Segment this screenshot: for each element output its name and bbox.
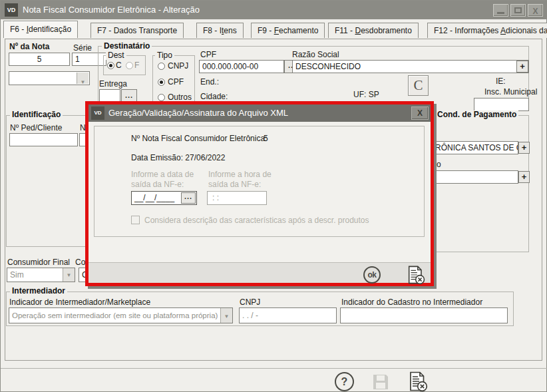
cpf-label: CPF [200, 50, 216, 59]
razao-social-label: Razão Social [292, 50, 339, 59]
tipo-outros-label: Outros [168, 93, 192, 102]
tab-itens[interactable]: F8 - Itens [196, 23, 244, 38]
intermediador-title: Intermediador [10, 287, 67, 295]
tipo-cpf-radio[interactable] [158, 79, 165, 86]
dest-f-radio [126, 62, 133, 69]
cond-pgto-add-button[interactable]: + [518, 171, 530, 183]
co-label: Co [75, 258, 85, 267]
main-window: VD Nota Fiscal Consumidor Eletrônica - A… [0, 0, 547, 392]
indicador-marketplace-label: Indicador de Intermediador/Marketplace [9, 297, 150, 307]
ok-icon: ok [367, 270, 376, 280]
help-button[interactable]: ? [335, 372, 354, 391]
entrega-label: Entrega [99, 79, 127, 89]
consumidor-c-button[interactable]: C [408, 75, 429, 96]
identificacao-title: Identificação [10, 110, 63, 119]
dialog-close-button[interactable]: X [411, 106, 429, 120]
save-button [371, 372, 391, 392]
dialog-emissao-text: Data Emissão: 27/06/2022 [131, 153, 225, 162]
data-saida-label: Informe a data de saída da NF-e: [131, 170, 206, 190]
indicador-chevron-down-icon[interactable]: ▼ [220, 308, 232, 323]
dest-f-label: F [134, 61, 139, 70]
chevron-down-icon[interactable]: ▼ [77, 73, 89, 84]
tab-fechamento[interactable]: F9 - Fechamento [251, 23, 325, 38]
tipo-cpf-label: CPF [168, 77, 184, 87]
dialog-cancel-button[interactable] [406, 265, 426, 285]
window-title: Nota Fiscal Consumidor Eletrônica - Alte… [23, 1, 200, 19]
cond-pagamento-title: Cond. de Pagamento [435, 110, 518, 119]
dialog-app-icon: VD [91, 106, 104, 120]
nota-combo[interactable]: ▼ [9, 71, 90, 85]
tipo-subtitle: Tipo [155, 51, 174, 60]
tab-informacoes-adicionais[interactable]: F12 - Informações Adicionais da NFC-e [427, 23, 547, 38]
tipo-outros-radio[interactable] [158, 94, 165, 101]
maximize-button[interactable] [510, 4, 526, 17]
tab-identificacao[interactable]: F6 - Identificação [3, 21, 78, 38]
indicador-marketplace-combo[interactable]: Operação sem intermediador (em site ou p… [9, 307, 233, 323]
tab-bar: F6 - Identificação F7 - Dados Transporte… [1, 21, 547, 39]
nota-label: Nº da Nota [9, 42, 49, 51]
close-icon: X [417, 108, 423, 118]
cadastro-intermediador-label: Indicador do Cadastro no Intermediador [341, 297, 482, 307]
cpf-field[interactable]: 000.000.000-00 [199, 60, 284, 73]
serie-label: Série [73, 43, 92, 53]
save-icon [371, 372, 391, 392]
ped-cliente-field[interactable] [9, 133, 78, 146]
dest-c-radio[interactable] [107, 62, 114, 69]
minimize-icon [497, 12, 504, 14]
data-saida-browse-button[interactable]: ... [181, 192, 196, 204]
razao-social-field[interactable]: DESCONHECIDO [292, 60, 529, 73]
nota-field[interactable]: 5 [9, 53, 70, 66]
document-x-icon [407, 371, 429, 392]
minimize-button[interactable] [493, 4, 508, 17]
dialog-nota-value: 5 [264, 134, 268, 143]
intermediador-cnpj-field[interactable]: . . / - [239, 307, 337, 323]
xml-generation-dialog: VD Geração/Validação/Assinatura do Arqui… [85, 101, 434, 286]
vendedor-add-button[interactable]: + [518, 142, 530, 154]
close-button[interactable]: X [528, 4, 543, 17]
ped-cliente-label: Nº Ped/Cliente [10, 123, 62, 132]
tab-desdobramento[interactable]: F11 - Desdobramento [328, 23, 419, 38]
cadastro-intermediador-field[interactable] [340, 307, 508, 323]
cidade-label: Cidade: [200, 92, 228, 101]
consumidor-final-label: Consumidor Final [7, 258, 70, 267]
destinatario-title: Destinatário [102, 42, 152, 51]
document-x-icon [406, 265, 426, 285]
maximize-icon [514, 7, 522, 13]
intermediador-cnpj-label: CNPJ [240, 297, 260, 307]
insc-municipal-field[interactable] [474, 98, 529, 111]
ok-button[interactable]: ok [363, 266, 381, 284]
tab-dados-transporte[interactable]: F7 - Dados Transporte [91, 23, 184, 38]
tipo-cnpj-radio[interactable] [158, 63, 165, 70]
consumidor-final-chevron-down-icon[interactable]: ▼ [63, 268, 75, 282]
hora-saida-label: Informe a hora de saída da NF-e: [208, 170, 283, 190]
dialog-nota-label: Nº Nota Fiscal Consumidor Eletrônica: [131, 134, 267, 143]
considera-descricao-checkbox [131, 216, 140, 224]
cancel-button[interactable] [407, 371, 429, 392]
app-icon: VD [5, 3, 18, 17]
end-label: End.: [200, 77, 219, 87]
uf-label: UF: SP [353, 90, 379, 99]
dialog-title: Geração/Validação/Assinatura do Arquivo … [108, 104, 288, 122]
toolbar-divider [1, 368, 547, 369]
titlebar: VD Nota Fiscal Consumidor Eletrônica - A… [1, 1, 547, 19]
help-icon: ? [341, 376, 348, 387]
ie-label: IE: [496, 77, 506, 86]
close-icon: X [532, 7, 538, 16]
razao-social-add-button[interactable]: + [516, 61, 528, 73]
dest-c-label: C [116, 61, 122, 70]
tipo-cnpj-label: CNPJ [168, 61, 188, 71]
insc-municipal-label: Insc. Municipal [484, 87, 537, 97]
dialog-footer: ok [89, 262, 431, 283]
hora-saida-field: : : [207, 191, 267, 205]
considera-descricao-label: Considera descrição das características … [144, 216, 369, 226]
dialog-titlebar: VD Geração/Validação/Assinatura do Arqui… [89, 104, 431, 122]
dest-subtitle: Dest [106, 51, 126, 60]
